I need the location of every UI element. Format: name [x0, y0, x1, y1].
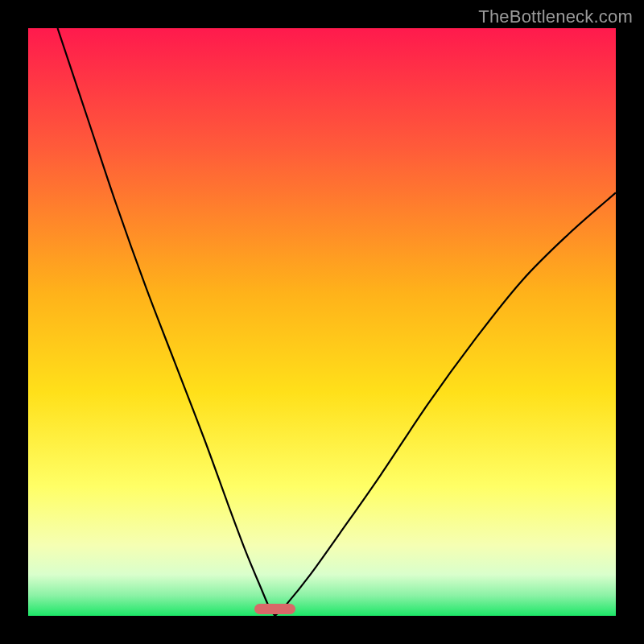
watermark-text: TheBottleneck.com — [478, 6, 633, 27]
chart-plot-area — [28, 28, 616, 616]
curve-right-branch — [275, 192, 616, 616]
notch-marker — [254, 604, 295, 614]
curve-left-branch — [58, 28, 275, 616]
chart-frame: TheBottleneck.com — [0, 0, 644, 644]
bottleneck-curve — [28, 28, 616, 616]
